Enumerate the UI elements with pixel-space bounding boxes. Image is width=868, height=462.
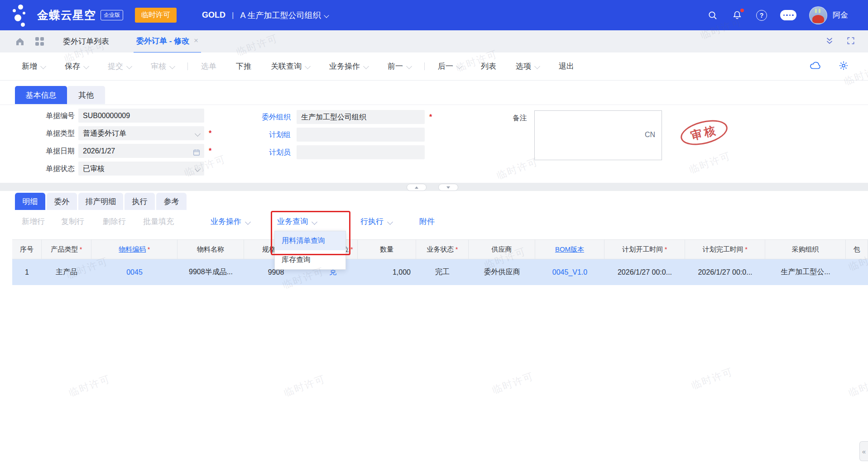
close-icon[interactable]: × xyxy=(194,36,198,45)
side-panel-collapse-handle[interactable]: « xyxy=(859,441,868,461)
column-header-0[interactable]: 序号 xyxy=(12,240,42,259)
grid-toolbar-item-5[interactable]: 业务查询 xyxy=(277,212,317,232)
field-input-left-2[interactable]: 2026/1/27 xyxy=(78,144,204,158)
grid-toolbar-item-6[interactable]: 行执行 xyxy=(360,212,392,232)
required-asterisk: * xyxy=(429,110,432,124)
home-icon[interactable] xyxy=(14,36,25,47)
topbar-divider: | xyxy=(232,11,234,20)
table-cell-8: 委外供应商 xyxy=(469,259,535,285)
toolbar-item-14[interactable]: 退出 xyxy=(559,61,574,71)
tab-label: 委外订单 - 修改 xyxy=(136,36,189,46)
remark-textarea[interactable]: CN xyxy=(534,110,662,160)
column-header-6[interactable]: 数量 xyxy=(358,240,416,259)
column-label: 物料编码 xyxy=(119,245,146,254)
grid-toolbar-item-2: 删除行 xyxy=(103,212,126,232)
toolbar-item-label: 下推 xyxy=(236,61,251,71)
toolbar-item-13[interactable]: 选项 xyxy=(516,61,539,71)
grid-toolbar: 新增行复制行删除行批量填充业务操作业务查询行执行附件 xyxy=(0,212,868,232)
gear-icon[interactable] xyxy=(838,60,849,73)
toolbar-item-8[interactable]: 业务操作 xyxy=(329,61,368,71)
grid-header-row: 序号产品类型*物料编码*物料名称规格型号单位*数量业务状态*供应商BOM版本计划… xyxy=(12,239,868,259)
license-badge: 临时许可 xyxy=(135,8,177,23)
search-icon[interactable] xyxy=(707,10,719,21)
tab-other[interactable]: 其他 xyxy=(67,86,105,104)
toolbar-item-label: 新增 xyxy=(22,61,37,71)
toolbar-item-7[interactable]: 关联查询 xyxy=(271,61,310,71)
chevron-down-icon[interactable] xyxy=(195,166,201,172)
calendar-icon[interactable] xyxy=(192,147,201,161)
field-input-mid-2[interactable] xyxy=(297,145,425,159)
column-header-2[interactable]: 物料编码* xyxy=(91,240,177,259)
collapse-down-button[interactable] xyxy=(438,184,458,191)
apps-grid-icon[interactable] xyxy=(35,37,44,46)
toolbar-item-0[interactable]: 新增 xyxy=(22,61,45,71)
table-cell-2[interactable]: 0045 xyxy=(91,259,177,285)
toolbar-item-1[interactable]: 保存 xyxy=(65,61,88,71)
detail-tab-4[interactable]: 参考 xyxy=(156,193,187,210)
detail-tab-2[interactable]: 排产明细 xyxy=(78,193,123,210)
field-input-left-1[interactable]: 普通委外订单 xyxy=(78,126,204,140)
table-cell-9[interactable]: 0045_V1.0 xyxy=(535,259,604,285)
column-header-11[interactable]: 计划完工时间* xyxy=(685,240,765,259)
collapse-up-button[interactable] xyxy=(407,184,427,191)
toolbar-item-9[interactable]: 前一 xyxy=(388,61,411,71)
column-header-3[interactable]: 物料名称 xyxy=(177,240,244,259)
user-name[interactable]: 阿金 xyxy=(833,10,848,20)
notifications-bell-icon[interactable] xyxy=(731,10,743,21)
chevron-down-icon xyxy=(406,63,412,69)
grid-toolbar-label: 附件 xyxy=(419,212,435,232)
toolbar-item-11[interactable]: 后一 xyxy=(438,61,461,71)
field-input-mid-1[interactable] xyxy=(297,128,425,142)
approved-stamp: 审核 xyxy=(678,116,730,149)
grid-toolbar-label: 复制行 xyxy=(61,212,84,232)
chevron-down-icon xyxy=(312,219,317,225)
org-switcher[interactable]: A 生产加工型公司组织 xyxy=(240,10,321,21)
detail-tab-3[interactable]: 执行 xyxy=(125,193,155,210)
table-cell-6: 1,000 xyxy=(358,259,416,285)
toolbar-item-12[interactable]: 列表 xyxy=(481,61,496,71)
tab-suborder-edit[interactable]: 委外订单 - 修改 × xyxy=(134,30,201,53)
more-menu-icon[interactable] xyxy=(780,10,796,20)
help-icon[interactable]: ? xyxy=(756,10,767,21)
required-asterisk: * xyxy=(209,126,211,140)
column-header-13[interactable]: 包 xyxy=(846,240,868,259)
avatar[interactable] xyxy=(809,6,827,24)
column-header-1[interactable]: 产品类型* xyxy=(42,240,91,259)
detail-tab-0[interactable]: 明细 xyxy=(15,193,45,210)
detail-tab-1[interactable]: 委外 xyxy=(47,193,77,210)
table-cell-13 xyxy=(846,259,868,285)
collapse-tabs-icon[interactable] xyxy=(825,36,834,48)
cloud-icon[interactable] xyxy=(809,60,822,73)
chevron-down-icon xyxy=(534,63,540,69)
grid-toolbar-item-7[interactable]: 附件 xyxy=(419,212,435,232)
menu-item-1[interactable]: 库存查询 xyxy=(275,250,345,269)
field-label-mid-0[interactable]: 委外组织 xyxy=(217,110,291,124)
tab-basic-info[interactable]: 基本信息 xyxy=(15,86,67,104)
kingdee-logo-icon xyxy=(12,4,33,27)
table-row[interactable]: 1主产品00459908半成品...9908克1,000完工委外供应商0045_… xyxy=(12,259,868,285)
tab-suborder-list[interactable]: 委外订单列表 xyxy=(63,30,109,52)
field-input-mid-0[interactable]: 生产加工型公司组织 xyxy=(297,110,425,124)
column-header-9[interactable]: BOM版本 xyxy=(535,240,604,259)
field-label-mid-1[interactable]: 计划组 xyxy=(217,128,291,142)
toolbar-item-label: 退出 xyxy=(559,61,574,71)
column-label: 产品类型 xyxy=(51,245,78,254)
chevron-down-icon[interactable] xyxy=(195,131,201,137)
column-header-12[interactable]: 采购组织 xyxy=(765,240,846,259)
column-header-7[interactable]: 业务状态* xyxy=(416,240,469,259)
column-header-8[interactable]: 供应商 xyxy=(469,240,535,259)
menu-item-0[interactable]: 用料清单查询 xyxy=(275,231,345,250)
grid-toolbar-item-4[interactable]: 业务操作 xyxy=(211,212,250,232)
grid-toolbar-label: 新增行 xyxy=(22,212,45,232)
form-tab-strip: 基本信息 其他 xyxy=(0,86,868,105)
chevron-down-icon xyxy=(169,63,175,69)
fullscreen-icon[interactable] xyxy=(846,36,855,47)
field-input-left-3[interactable]: 已审核 xyxy=(78,162,204,176)
tab-label: 委外订单列表 xyxy=(63,36,109,47)
toolbar-item-6[interactable]: 下推 xyxy=(236,61,251,71)
column-header-10[interactable]: 计划开工时间* xyxy=(604,240,685,259)
chevron-down-icon[interactable] xyxy=(324,13,329,18)
field-label-mid-2[interactable]: 计划员 xyxy=(217,145,291,159)
required-asterisk: * xyxy=(745,246,747,253)
toolbar-item-label: 前一 xyxy=(388,61,403,71)
